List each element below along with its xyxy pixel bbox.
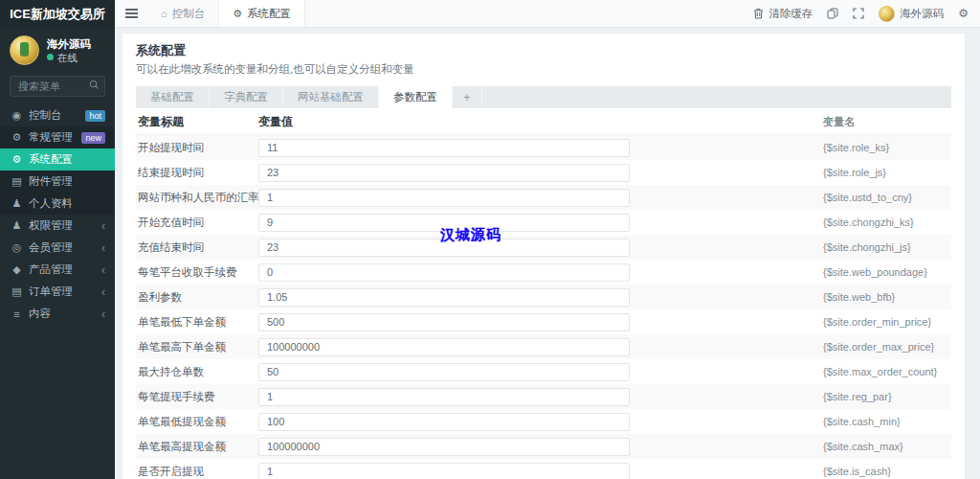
profile-icon: ♟ <box>10 197 24 210</box>
topbar-tab-控制台[interactable]: ⌂ 控制台 <box>147 0 218 27</box>
config-table: 变量标题 变量值 变量名 开始提现时间 {$site.role_ks} 结束提现… <box>136 110 951 479</box>
header-var-title: 变量标题 <box>136 114 258 130</box>
table-row: 单笔最高提现金额 {$site.cash_max} <box>136 434 951 459</box>
table-row: 是否开启提现 {$site.is_cash} <box>136 459 951 479</box>
members-icon: ◎ <box>10 241 24 254</box>
table-row: 单笔最低提现金额 {$site.cash_min} <box>136 409 951 434</box>
var-value-input[interactable] <box>258 388 630 406</box>
sidebar-item-系统配置[interactable]: ⚙ 系统配置 <box>0 148 115 171</box>
row-var-name: {$site.is_cash} <box>823 466 951 477</box>
row-var-name: {$site.web_poundage} <box>823 266 951 278</box>
row-var-title: 单笔最低提现金额 <box>136 415 258 429</box>
fullscreen-icon[interactable] <box>853 8 864 19</box>
table-row: 开始充值时间 {$site.chongzhi_ks} <box>136 210 951 235</box>
row-var-title: 充值结束时间 <box>136 240 258 255</box>
config-tabstrip: 基础配置 字典配置 网站基础配置 参数配置 + <box>136 86 951 108</box>
topbar-avatar <box>879 6 895 22</box>
hot-badge: hot <box>85 110 105 122</box>
row-var-title: 单笔最高下单金额 <box>136 340 258 354</box>
avatar <box>10 35 39 65</box>
var-value-input[interactable] <box>258 263 630 282</box>
row-var-name: {$site.chongzhi_ks} <box>823 217 951 228</box>
row-var-title: 单笔最高提现金额 <box>136 440 258 454</box>
sidebar-item-附件管理[interactable]: ▤ 附件管理 <box>0 171 115 193</box>
app-logo: ICE新加坡交易所 <box>0 0 115 29</box>
topbar: ⌂ 控制台 ⚙ 系统配置 清除缓存 海外源码 ⚙ <box>115 0 980 28</box>
topbar-tab-系统配置[interactable]: ⚙ 系统配置 <box>218 0 305 27</box>
copy-icon <box>827 8 838 19</box>
var-value-input[interactable] <box>258 139 630 157</box>
sidebar-item-控制台[interactable]: ◉ 控制台 hot <box>0 104 115 126</box>
watermark: 汉城源码 <box>440 226 501 244</box>
dashboard-icon: ◉ <box>10 109 24 122</box>
user-panel: 海外源码 在线 <box>0 29 115 71</box>
config-tab-参数配置[interactable]: 参数配置 <box>379 86 453 108</box>
chevron-left-icon: ‹ <box>101 221 105 231</box>
row-var-title: 开始提现时间 <box>136 141 258 155</box>
sidebar-item-内容[interactable]: ≡ 内容 ‹ <box>0 303 115 325</box>
sidebar: ICE新加坡交易所 海外源码 在线 ◉ 控制台 hot ⚙ 常规管理 new ⚙… <box>0 0 115 479</box>
config-card: 系统配置 可以在此增改系统的变量和分组,也可以自定义分组和变量 基础配置 字典配… <box>122 34 965 479</box>
sidebar-menu: ◉ 控制台 hot ⚙ 常规管理 new ⚙ 系统配置 ▤ 附件管理 ♟ 个人资… <box>0 104 115 325</box>
var-value-input[interactable] <box>258 189 630 207</box>
sidebar-item-个人资料[interactable]: ♟ 个人资料 <box>0 193 115 215</box>
page-title: 系统配置 <box>136 42 951 59</box>
chevron-left-icon: ‹ <box>101 265 105 275</box>
row-var-name: {$site.ustd_to_cny} <box>823 192 951 203</box>
sidebar-item-产品管理[interactable]: ◆ 产品管理 ‹ <box>0 259 115 281</box>
user-name: 海外源码 <box>47 37 91 51</box>
add-tab-button[interactable]: + <box>453 86 482 108</box>
online-status-dot <box>47 54 54 60</box>
var-value-input[interactable] <box>258 288 630 307</box>
products-icon: ◆ <box>10 263 24 276</box>
row-var-name: {$site.max_order_count} <box>823 366 951 377</box>
orders-icon: ▤ <box>10 285 24 298</box>
sidebar-item-常规管理[interactable]: ⚙ 常规管理 new <box>0 126 115 148</box>
header-var-value: 变量值 <box>258 114 823 130</box>
table-row: 单笔最低下单金额 {$site.order_min_price} <box>136 309 951 334</box>
home-icon: ⌂ <box>161 8 167 19</box>
topbar-user-menu[interactable]: 海外源码 <box>879 6 944 22</box>
var-value-input[interactable] <box>258 463 630 479</box>
var-value-input[interactable] <box>258 313 630 331</box>
chevron-left-icon: ‹ <box>101 287 105 297</box>
sidebar-item-会员管理[interactable]: ◎ 会员管理 ‹ <box>0 237 115 259</box>
row-var-name: {$site.reg_par} <box>823 391 951 402</box>
table-row: 盈利参数 {$site.web_bfb} <box>136 285 951 309</box>
attachment-icon: ▤ <box>10 175 24 188</box>
var-value-input[interactable] <box>258 413 630 431</box>
table-row: 网站币种和人民币的汇率 {$site.ustd_to_cny} <box>136 185 951 210</box>
row-var-name: {$site.cash_max} <box>823 441 951 452</box>
config-tab-基础配置[interactable]: 基础配置 <box>136 86 210 108</box>
gears-icon: ⚙ <box>10 131 24 144</box>
var-value-input[interactable] <box>258 164 630 182</box>
chevron-left-icon: ‹ <box>101 309 105 319</box>
row-var-title: 每笔提现手续费 <box>136 390 258 404</box>
user-status: 在线 <box>47 51 91 64</box>
permissions-icon: ♟ <box>10 219 24 232</box>
trash-icon <box>753 8 764 19</box>
table-row: 每笔平台收取手续费 {$site.web_poundage} <box>136 260 951 285</box>
var-value-input[interactable] <box>258 363 630 381</box>
sidebar-item-订单管理[interactable]: ▤ 订单管理 ‹ <box>0 281 115 303</box>
topbar-settings-button[interactable]: ⚙ <box>958 7 969 20</box>
sidebar-item-权限管理[interactable]: ♟ 权限管理 ‹ <box>0 215 115 237</box>
var-value-input[interactable] <box>258 338 630 356</box>
clear-cache-button[interactable]: 清除缓存 <box>753 7 813 21</box>
header-var-name: 变量名 <box>823 115 951 129</box>
table-row: 单笔最高下单金额 {$site.order_max_price} <box>136 334 951 359</box>
config-tab-网站基础配置[interactable]: 网站基础配置 <box>283 86 379 108</box>
row-var-title: 每笔平台收取手续费 <box>136 265 258 280</box>
search-icon <box>89 80 100 93</box>
refresh-tabs-icon[interactable] <box>827 8 838 19</box>
row-var-title: 单笔最低下单金额 <box>136 315 258 330</box>
var-value-input[interactable] <box>258 438 630 456</box>
table-row: 最大持仓单数 {$site.max_order_count} <box>136 359 951 384</box>
config-tab-字典配置[interactable]: 字典配置 <box>210 86 283 108</box>
row-var-title: 开始充值时间 <box>136 216 258 230</box>
table-header-row: 变量标题 变量值 变量名 <box>136 110 951 135</box>
row-var-title: 是否开启提现 <box>136 465 258 479</box>
row-var-title: 结束提现时间 <box>136 166 258 180</box>
new-badge: new <box>81 132 105 144</box>
sidebar-toggle-icon[interactable] <box>115 0 147 27</box>
